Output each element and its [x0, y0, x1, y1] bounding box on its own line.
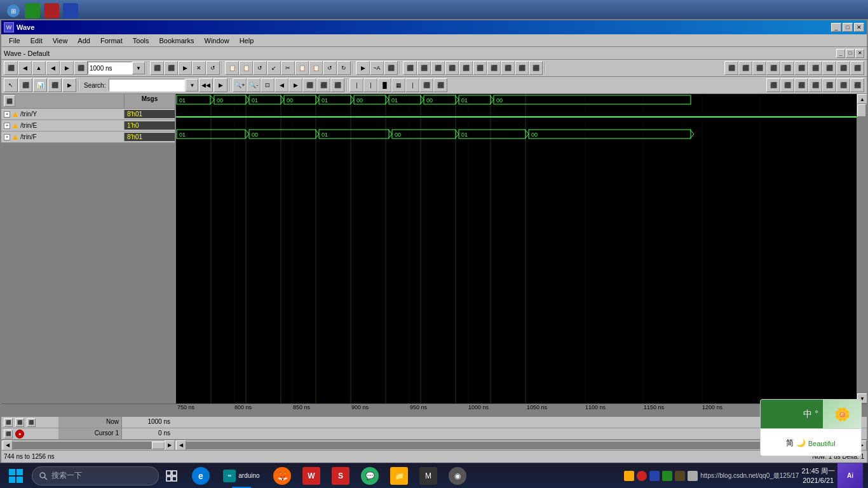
tb-btn-18[interactable]: ▶: [356, 61, 370, 75]
tb2-btn-14[interactable]: ⬛: [419, 78, 433, 92]
desktop-icon-4[interactable]: [62, 3, 79, 19]
zoom-next[interactable]: ▶: [288, 78, 302, 92]
tb-btn-5[interactable]: ⬛: [164, 61, 178, 75]
tb-btn-12[interactable]: ↙: [267, 61, 281, 75]
menu-view[interactable]: View: [48, 36, 73, 46]
tb2-btn-10[interactable]: |: [363, 78, 377, 92]
signal-menu-btn[interactable]: ⬛: [4, 95, 15, 107]
tray-icon-4[interactable]: [662, 471, 672, 481]
tb-btn-24[interactable]: ⬛: [445, 61, 459, 75]
taskbar-app-arduino[interactable]: ∞ arduino: [216, 463, 267, 489]
tb2-btn-r6[interactable]: ⬛: [836, 78, 850, 92]
desktop-icon-2[interactable]: [24, 3, 41, 19]
cursor-icon-1[interactable]: ⬛: [4, 430, 13, 438]
tb-btn-16[interactable]: ↺: [323, 61, 337, 75]
tb-btn-1[interactable]: ⬛: [4, 61, 18, 75]
tray-icon-6[interactable]: [688, 471, 698, 481]
taskbar-app-wechat[interactable]: 💬: [356, 463, 384, 489]
taskbar-app-5[interactable]: S: [327, 463, 355, 489]
h-scroll-left-btn[interactable]: ◀: [3, 440, 13, 451]
tb-btn-6[interactable]: ▶: [178, 61, 192, 75]
desktop-icon-1[interactable]: ⊞: [5, 3, 22, 19]
taskbar-app-4[interactable]: W: [297, 463, 325, 489]
tb2-btn-6[interactable]: ⬛: [302, 78, 316, 92]
scroll-up-btn[interactable]: ▲: [857, 94, 867, 104]
expand-btn-0[interactable]: +: [4, 111, 10, 118]
tb-btn-4[interactable]: ⬛: [150, 61, 164, 75]
tb-btn-11[interactable]: ↺: [253, 61, 267, 75]
tb-btn-r1[interactable]: ⬛: [724, 61, 738, 75]
tb-btn-23[interactable]: ⬛: [431, 61, 445, 75]
search-prev[interactable]: ◀◀: [199, 78, 213, 92]
menu-edit[interactable]: Edit: [25, 36, 48, 46]
taskbar-app-6[interactable]: M: [414, 463, 442, 489]
search-dropdown[interactable]: ▼: [186, 79, 198, 92]
tb-btn-r2[interactable]: ⬛: [738, 61, 752, 75]
menu-window[interactable]: Window: [200, 36, 234, 46]
h-scroll-left-main[interactable]: ◀: [176, 440, 186, 451]
tb-btn-29[interactable]: ⬛: [515, 61, 529, 75]
desktop-icon-3[interactable]: [43, 3, 60, 19]
tb2-btn-2[interactable]: ⬛: [18, 78, 32, 92]
ai-button[interactable]: Ai: [837, 463, 863, 489]
tb2-btn-3[interactable]: 📊: [33, 78, 47, 92]
start-button[interactable]: [0, 463, 32, 489]
time-input[interactable]: [88, 62, 132, 74]
tb-btn-30[interactable]: ⬛: [529, 61, 543, 75]
tb-btn-8[interactable]: ↺: [206, 61, 220, 75]
time-dropdown[interactable]: ▼: [132, 62, 145, 74]
now-icon-2[interactable]: ⬛: [15, 418, 24, 427]
tray-icon-1[interactable]: [624, 471, 634, 481]
tb-btn-28[interactable]: ⬛: [501, 61, 515, 75]
tb-btn-2[interactable]: ◀: [18, 61, 32, 75]
tb2-btn-7[interactable]: ⬛: [316, 78, 330, 92]
tb-btn-9[interactable]: 📋: [225, 61, 239, 75]
v-scrollbar[interactable]: ▲ ▼: [857, 94, 867, 403]
tb2-btn-r3[interactable]: ⬛: [794, 78, 808, 92]
tray-icon-3[interactable]: [649, 471, 660, 481]
expand-btn-2[interactable]: +: [4, 134, 10, 140]
tb2-btn-r1[interactable]: ⬛: [766, 78, 780, 92]
h-scroll-right-btn-left[interactable]: ▶: [165, 440, 175, 451]
taskbar-app-files[interactable]: 📁: [385, 463, 413, 489]
sub-close-btn[interactable]: ✕: [855, 49, 864, 58]
sub-maximize-btn[interactable]: □: [846, 49, 855, 58]
tb-btn-r7[interactable]: ⬛: [808, 61, 822, 75]
zoom-out[interactable]: 🔍-: [247, 78, 261, 92]
search-next[interactable]: ▶: [214, 78, 227, 92]
close-button[interactable]: ✕: [854, 23, 864, 32]
tb-btn-7[interactable]: ✕: [192, 61, 206, 75]
menu-tools[interactable]: Tools: [128, 36, 154, 46]
sub-minimize-btn[interactable]: _: [836, 49, 845, 58]
tb-btn-r10[interactable]: ⬛: [850, 61, 864, 75]
tb-btn-r6[interactable]: ⬛: [794, 61, 808, 75]
menu-bookmarks[interactable]: Bookmarks: [154, 36, 199, 46]
tb-btn-21[interactable]: ⬛: [403, 61, 417, 75]
taskbar-app-7[interactable]: ◉: [444, 463, 471, 489]
tb-btn-26[interactable]: ⬛: [473, 61, 487, 75]
tb2-btn-1[interactable]: ↖: [4, 78, 18, 92]
tb-btn-right[interactable]: ▶: [60, 61, 74, 75]
tb-btn-10[interactable]: 📋: [239, 61, 253, 75]
tb-btn-27[interactable]: ⬛: [487, 61, 501, 75]
tb2-btn-15[interactable]: ⬛: [433, 78, 447, 92]
tb-btn-left[interactable]: ◀: [46, 61, 60, 75]
tb-btn-20[interactable]: ⬛: [384, 61, 398, 75]
tb-btn-25[interactable]: ⬛: [459, 61, 473, 75]
menu-file[interactable]: File: [4, 36, 25, 46]
tb-btn-17[interactable]: ↻: [337, 61, 351, 75]
tb2-btn-r5[interactable]: ⬛: [822, 78, 836, 92]
tb-btn-14[interactable]: 📋: [295, 61, 309, 75]
tb-btn-13[interactable]: ✂: [281, 61, 295, 75]
zoom-in[interactable]: 🔍+: [233, 78, 247, 92]
task-view-btn[interactable]: [159, 463, 184, 489]
tb-btn-22[interactable]: ⬛: [417, 61, 431, 75]
tb2-btn-9[interactable]: |: [349, 78, 363, 92]
tb2-btn-r2[interactable]: ⬛: [780, 78, 794, 92]
tb-btn-r9[interactable]: ⬛: [836, 61, 850, 75]
tb2-btn-8[interactable]: ⬛: [330, 78, 344, 92]
menu-help[interactable]: Help: [234, 36, 259, 46]
expand-btn-1[interactable]: +: [4, 123, 10, 129]
tb2-btn-4[interactable]: ⬛: [48, 78, 62, 92]
tb2-btn-r7[interactable]: ⬛: [850, 78, 864, 92]
